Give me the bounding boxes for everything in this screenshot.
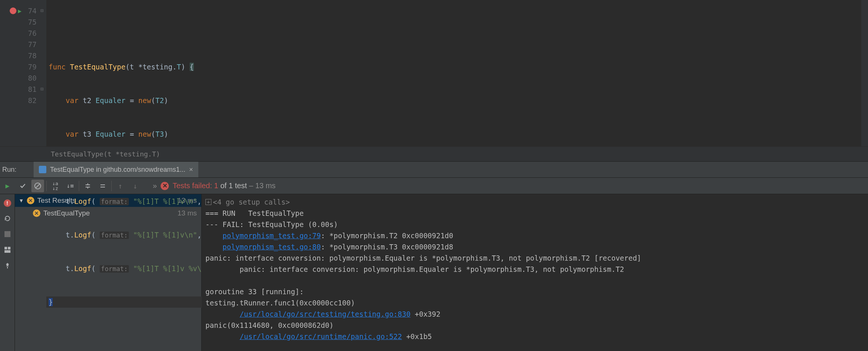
console-line: panic(0x1114680, 0xc0000862d0) (205, 321, 334, 329)
line-number-gutter: 74 75 76 77 78 79 80 81 82 (22, 0, 40, 146)
console-line: --- FAIL: TestEqualType (0.00s) (205, 220, 338, 229)
show-ignored-icon[interactable] (31, 180, 44, 192)
console-line: +0x392 (410, 310, 440, 318)
method: Logf (74, 197, 92, 205)
param-hint: format: (100, 265, 129, 273)
paren: ( (151, 130, 155, 138)
keyword: new (138, 130, 151, 138)
svg-rect-5 (4, 250, 10, 253)
console-line: testing.tRunner.func1(0xc0000cc100) (205, 299, 355, 307)
line-number: 78 (22, 50, 37, 61)
identifier: t2 (83, 96, 96, 105)
file-link[interactable]: /usr/local/go/src/runtime/panic.go:522 (240, 332, 402, 341)
gutter-icons: ▶ (0, 0, 22, 146)
type: T3 (155, 130, 164, 138)
paren: ( (91, 231, 100, 239)
line-number: 74 (22, 5, 37, 16)
svg-rect-4 (8, 247, 10, 249)
svg-line-1 (35, 184, 40, 188)
console-line: goroutine 33 [running]: (205, 288, 304, 296)
editor-right-strip (861, 0, 868, 146)
func-name: TestEqualType (70, 63, 125, 71)
fail-status-icon: ✕ (27, 197, 34, 204)
breakpoint-icon[interactable] (10, 7, 16, 14)
paren: ( (151, 96, 155, 105)
type: Equaler (96, 96, 130, 105)
string: "%[1]T %[1]v %v\n" (129, 264, 210, 273)
svg-rect-3 (4, 247, 7, 249)
console-folded-text: <4 go setup calls> (213, 198, 290, 206)
code-text: (t *testing. (125, 63, 177, 71)
problems-icon[interactable]: ! (4, 199, 11, 207)
code-text: t. (66, 231, 74, 239)
fold-close-icon[interactable]: ⊟ (40, 86, 43, 92)
line-number: 77 (22, 39, 37, 50)
line-number: 82 (22, 95, 37, 106)
rerun-icon[interactable]: ▶ (6, 182, 10, 190)
console-line: panic: interface conversion: polymorphis… (205, 265, 624, 273)
line-number: 80 (22, 72, 37, 84)
file-link[interactable]: /usr/local/go/src/testing/testing.go:830 (240, 310, 411, 318)
collapse-arrow-icon[interactable]: ▼ (19, 198, 24, 204)
line-number: 81 (22, 84, 37, 95)
fold-open-icon[interactable]: ⊟ (40, 7, 43, 13)
console-line: === RUN TestEqualType (205, 209, 304, 217)
file-link[interactable]: polymorphism_test.go:80 (223, 243, 321, 251)
run-test-gutter-icon[interactable]: ▶ (18, 7, 22, 15)
paren: ) (164, 96, 168, 105)
brace: { (190, 63, 194, 71)
op: = (130, 96, 138, 105)
keyword: var (66, 130, 83, 138)
line-number: 79 (22, 61, 37, 72)
type: T (177, 63, 181, 71)
run-label: Run: (0, 166, 34, 174)
console-line: panic: interface conversion: polymorphis… (205, 254, 641, 262)
show-passed-icon[interactable] (16, 180, 29, 192)
keyword: func (49, 63, 70, 71)
fold-expand-icon[interactable]: + (205, 199, 211, 205)
pin-icon[interactable] (3, 261, 12, 270)
fail-status-icon: ✕ (33, 209, 40, 217)
code-area[interactable]: func TestEqualType(t *testing.T) { var t… (46, 0, 861, 146)
svg-rect-2 (4, 231, 10, 237)
line-number: 76 (22, 28, 37, 39)
code-text: ) (181, 63, 190, 71)
type: T2 (155, 96, 164, 105)
code-editor: ▶ 74 75 76 77 78 79 80 81 82 ⊟ ⊟ func Te… (0, 0, 868, 146)
line-number: 75 (22, 16, 37, 28)
fold-gutter: ⊟ ⊟ (40, 0, 46, 146)
paren: ( (91, 197, 100, 205)
paren: ( (91, 264, 100, 273)
paren: ) (164, 130, 168, 138)
file-link[interactable]: polymorphism_test.go:79 (223, 232, 321, 240)
method: Logf (74, 231, 92, 239)
param-hint: format: (100, 232, 129, 239)
method: Logf (74, 264, 92, 273)
op: = (130, 130, 138, 138)
layout-icon[interactable] (3, 246, 12, 254)
type: Equaler (96, 130, 130, 138)
keyword: new (138, 96, 151, 105)
code-text: t. (66, 264, 74, 273)
brace: } (49, 298, 53, 306)
string: "%[1]T %[1]v\n" (129, 231, 197, 239)
go-test-icon (39, 166, 46, 173)
identifier: t3 (83, 130, 96, 138)
code-text: t. (66, 197, 74, 205)
left-tool-rail: ! (0, 194, 15, 351)
console-line: : *polymorphism.T3 0xc0000921d8 (321, 243, 453, 251)
console-line: +0x1b5 (402, 332, 432, 341)
console-line: : *polymorphism.T2 0xc0000921d0 (321, 232, 453, 240)
stop-icon[interactable] (3, 230, 12, 238)
param-hint: format: (100, 198, 129, 205)
rerun-failed-icon[interactable] (3, 214, 12, 223)
console-output[interactable]: +<4 go setup calls> === RUN TestEqualTyp… (202, 194, 868, 351)
keyword: var (66, 96, 83, 105)
string: "%[1]T %[1]v\n" (129, 197, 197, 205)
